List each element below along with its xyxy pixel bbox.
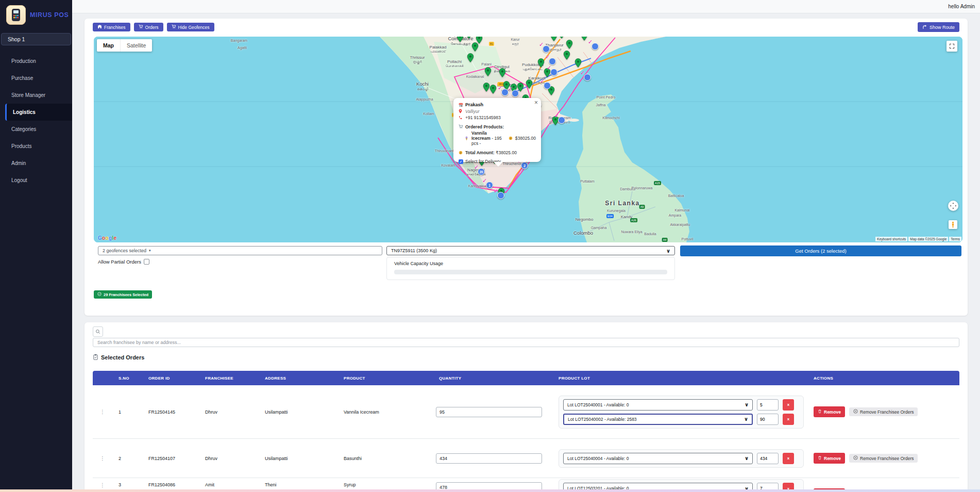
franchisee-marker-pin[interactable] xyxy=(564,51,570,60)
terms-link[interactable]: Terms xyxy=(949,237,961,241)
order-marker-cluster[interactable]: ✓ xyxy=(543,45,550,53)
order-marker-cluster[interactable]: ✓ xyxy=(550,69,557,76)
shop-selector[interactable]: Shop 1 xyxy=(1,33,71,45)
table-header: S.NO ORDER ID FRANCHISEE ADDRESS PRODUCT… xyxy=(93,371,959,385)
order-info-popup: × Prakash Valliyur +91 91321545983 Order… xyxy=(453,98,541,162)
geofence-multiselect[interactable]: 2 geofences selected ▾ xyxy=(98,246,382,255)
pan-control[interactable] xyxy=(948,201,958,211)
order-marker-cluster[interactable]: ✓ xyxy=(501,89,509,96)
franchises-button[interactable]: Franchises xyxy=(93,23,130,31)
map-label: Ampara xyxy=(669,214,682,218)
allow-partial-checkbox[interactable] xyxy=(144,259,149,265)
sidebar-item-production[interactable]: Production xyxy=(0,53,72,70)
keyboard-shortcuts-link[interactable]: Keyboard shortcuts xyxy=(875,237,907,241)
order-marker-cluster[interactable]: ✓ xyxy=(558,117,565,124)
quantity-input[interactable] xyxy=(436,407,542,417)
location-pin-icon xyxy=(459,109,463,113)
franchisee-marker-pin[interactable] xyxy=(485,67,492,76)
remove-button[interactable]: Remove xyxy=(814,453,845,464)
quantity-input[interactable] xyxy=(436,453,542,464)
cell-address: Usilampatti xyxy=(261,409,340,415)
drag-handle[interactable]: ⋮ xyxy=(97,482,105,488)
franchisee-marker-pin[interactable] xyxy=(575,58,582,68)
select-for-delivery-checkbox[interactable]: ✓ xyxy=(459,159,463,164)
lot-select[interactable]: Lot LOT25040004 - Available: 0 ∨ xyxy=(563,453,753,464)
sidebar-item-admin[interactable]: Admin xyxy=(0,155,72,172)
franchisee-marker-pin[interactable] xyxy=(483,83,490,92)
franchisee-marker-pin[interactable] xyxy=(490,85,497,94)
hide-geofences-button[interactable]: Hide Geofences xyxy=(167,23,214,31)
order-marker-cluster[interactable]: ✓ xyxy=(497,192,504,199)
sidebar-item-store-manager[interactable]: Store Manager xyxy=(0,87,72,104)
header-product-lot: PRODUCT LOT xyxy=(554,376,809,381)
franchisee-marker-pin[interactable] xyxy=(538,58,545,68)
search-input[interactable] xyxy=(93,338,959,347)
remove-lot-button[interactable]: x xyxy=(783,399,794,411)
franchisee-marker-pin[interactable] xyxy=(551,37,557,41)
order-marker-cluster[interactable]: ✓ xyxy=(512,90,519,97)
franchisee-marker-pin[interactable] xyxy=(581,37,588,41)
circle-x-icon xyxy=(853,409,858,415)
pegman-icon[interactable] xyxy=(949,220,957,229)
header-franchisee: FRANCHISEE xyxy=(201,376,261,381)
sidebar-item-categories[interactable]: Categories xyxy=(0,121,72,138)
popup-select-label: Select for Delivery xyxy=(465,159,501,164)
selected-check-icon: ✓ xyxy=(554,112,559,119)
fullscreen-button[interactable] xyxy=(947,41,957,52)
franchisee-marker-pin[interactable] xyxy=(466,37,472,39)
order-marker-cluster[interactable]: 1✓ xyxy=(486,182,493,189)
sidebar-item-logout[interactable]: Logout xyxy=(0,172,72,189)
lot-quantity-input[interactable] xyxy=(757,414,779,425)
selected-check-icon: ✓ xyxy=(540,78,545,85)
lot-option-label: Lot LOT25040004 - Available: 0 xyxy=(567,456,629,461)
remove-button[interactable]: Remove xyxy=(814,406,845,417)
order-marker-cluster[interactable]: 20✓ xyxy=(478,168,485,175)
cart-icon xyxy=(139,24,143,30)
map-label: Pottuvil xyxy=(682,237,694,241)
remove-franchisee-orders-button[interactable]: Remove Franchisee Orders xyxy=(849,407,918,416)
order-marker-cluster[interactable]: ✓ xyxy=(544,82,551,89)
franchisee-marker-pin[interactable] xyxy=(467,53,474,62)
drag-handle[interactable]: ⋮ xyxy=(97,409,105,415)
franchisee-marker-pin[interactable] xyxy=(472,42,479,52)
show-route-button[interactable]: Show Route xyxy=(918,22,959,32)
order-marker-cluster[interactable]: ✓ xyxy=(549,58,556,65)
trash-icon xyxy=(818,409,822,415)
map-type-satellite-tab[interactable]: Satellite xyxy=(120,39,152,52)
franchisee-marker-pin[interactable] xyxy=(559,37,565,39)
sidebar-item-purchase[interactable]: Purchase xyxy=(0,70,72,87)
lot-select[interactable]: Lot LOT25040002 - Available: 2583 ∨ xyxy=(563,414,753,425)
franchisee-marker-pin[interactable] xyxy=(526,79,533,89)
remove-lot-button[interactable]: x xyxy=(783,453,794,464)
franchisee-marker-pin[interactable] xyxy=(566,40,573,49)
order-marker-cluster[interactable]: ✓ xyxy=(584,74,591,81)
sidebar-item-logistics[interactable]: Logistics xyxy=(5,104,72,121)
vehicle-select[interactable]: TN97Z5911 (3500 Kg) ∨ xyxy=(386,246,675,255)
drag-handle[interactable]: ⋮ xyxy=(97,455,105,461)
lot-select[interactable]: Lot LOT25040001 - Available: 0 ∨ xyxy=(563,399,753,411)
franchisee-marker-pin[interactable] xyxy=(517,83,524,92)
popup-phone: +91 91321545983 xyxy=(465,115,501,120)
money-icon xyxy=(509,136,513,140)
get-orders-button[interactable]: Get Orders (2 selected) xyxy=(680,245,961,256)
popup-ordered-products-label: Ordered Products: xyxy=(465,124,504,129)
franchisee-marker-pin[interactable] xyxy=(499,68,506,77)
brand-name: MIRUS POS xyxy=(30,11,69,19)
search-button[interactable] xyxy=(93,326,103,337)
map-type-map-tab[interactable]: Map xyxy=(97,39,120,52)
map-label: Alappuzha xyxy=(416,97,433,102)
order-marker-cluster[interactable]: ✓ xyxy=(592,43,599,50)
close-icon[interactable]: × xyxy=(534,100,538,106)
lot-quantity-input[interactable] xyxy=(757,399,779,411)
cell-franchisee: Dhruv xyxy=(201,456,261,461)
lot-quantity-input[interactable] xyxy=(757,453,779,464)
search-icon xyxy=(95,327,100,336)
sidebar-item-products[interactable]: Products xyxy=(0,138,72,155)
franchisee-marker-pin[interactable] xyxy=(457,37,464,42)
user-greeting[interactable]: hello Admin xyxy=(948,4,975,9)
orders-button[interactable]: Orders xyxy=(134,23,163,31)
remove-franchisee-orders-button[interactable]: Remove Franchisee Orders xyxy=(849,454,918,463)
google-logo[interactable]: Google xyxy=(98,235,116,241)
remove-lot-button[interactable]: x xyxy=(783,414,794,425)
map-canvas[interactable]: Map Satellite Google Keyboard shortcuts … xyxy=(94,37,962,242)
